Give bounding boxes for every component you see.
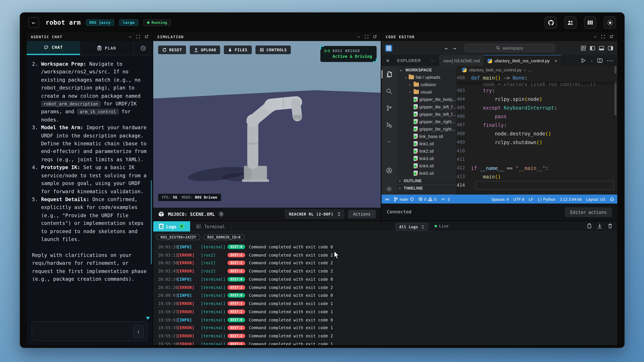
- eol-item[interactable]: LF: [529, 197, 533, 201]
- indentation-item[interactable]: Spaces: 4: [492, 197, 509, 201]
- history-back-icon[interactable]: ←: [445, 45, 448, 51]
- file-tree-item[interactable]: gripper_lite_left_f...: [397, 110, 456, 118]
- chat-input[interactable]: ↑: [32, 322, 148, 341]
- activity-debug-icon[interactable]: [382, 121, 397, 129]
- file-icon: [414, 112, 418, 116]
- history-forward-icon[interactable]: →: [453, 45, 456, 51]
- file-tree-item[interactable]: gripper_lite_right...: [397, 125, 456, 133]
- scroll-down-hint-icon[interactable]: [146, 317, 150, 320]
- model-select[interactable]: REACHER RL (2-DOF): [285, 210, 344, 218]
- upload-icon: [194, 48, 198, 52]
- mujoco-viewport[interactable]: RESET UPLOAD FILES CONTROLS: [153, 41, 381, 208]
- file-icon: [414, 134, 418, 139]
- activity-more-icon[interactable]: ⋯: [382, 137, 397, 146]
- file-tree-item[interactable]: ⌄ WORKSPACE: [397, 66, 456, 73]
- copy-logs-icon[interactable]: [586, 223, 591, 229]
- log-filter-select[interactable]: All Logs: [396, 223, 428, 231]
- runtime-item[interactable]: 3.12.3 64-bit: [560, 197, 582, 201]
- controls-button[interactable]: CONTROLS: [255, 45, 291, 54]
- run-dropdown-icon[interactable]: ⌄: [590, 59, 593, 62]
- split-editor-icon[interactable]: [597, 58, 602, 63]
- minimize-icon[interactable]: −: [358, 34, 360, 39]
- editor-more-icon[interactable]: ⋯: [606, 57, 613, 64]
- code-line: 413 main(): [456, 172, 617, 181]
- file-tree-item[interactable]: link_base.stl: [397, 133, 456, 140]
- tab-logs[interactable]: Logs 0: [153, 221, 190, 231]
- file-tree-item[interactable]: link1.stl: [397, 140, 456, 147]
- open-external-icon[interactable]: [610, 35, 613, 38]
- run-python-icon[interactable]: [581, 58, 586, 63]
- encoding-item[interactable]: UTF-8: [513, 197, 524, 201]
- chat-scrollbar[interactable]: [151, 180, 152, 264]
- editor-area[interactable]: ufactory_lite6_ros_control.py › ... 400 …: [456, 66, 617, 195]
- file-tree-item[interactable]: gripper_lite_left_f...: [397, 103, 456, 110]
- open-external-icon[interactable]: [144, 35, 148, 38]
- log-source: [ros2]: [201, 261, 228, 265]
- send-button[interactable]: ↑: [133, 325, 144, 338]
- sync-icon: [410, 197, 414, 201]
- language-item[interactable]: { } Python: [538, 197, 555, 201]
- file-tree-item[interactable]: link5.stl: [397, 169, 456, 177]
- ports-item[interactable]: 3: [441, 197, 450, 201]
- file-tree-item[interactable]: link4.stl: [397, 162, 456, 169]
- expand-icon[interactable]: [601, 35, 605, 38]
- tab-chat[interactable]: CHAT: [27, 41, 80, 55]
- file-tree-item[interactable]: › visual: [397, 88, 456, 96]
- activity-explorer-icon[interactable]: [382, 70, 397, 78]
- settings-gear-icon[interactable]: [382, 185, 397, 193]
- tab-plan[interactable]: PLAN: [80, 41, 134, 55]
- layout-columns-button[interactable]: [584, 16, 596, 29]
- editor-actions-button[interactable]: Editor actions: [565, 207, 612, 217]
- close-tab-icon[interactable]: ×: [554, 58, 557, 63]
- upload-button[interactable]: UPLOAD: [190, 45, 220, 54]
- actions-button[interactable]: Actions: [348, 210, 376, 218]
- activity-source-control-icon[interactable]: [382, 104, 397, 112]
- toggle-secondary-sidebar-icon[interactable]: [608, 45, 613, 51]
- info-icon[interactable]: i: [219, 211, 224, 217]
- problems-item[interactable]: 0 0: [418, 197, 436, 201]
- minimize-icon[interactable]: −: [594, 34, 597, 39]
- size-tag: large: [119, 19, 138, 26]
- tab-terminal[interactable]: >_ Terminal: [190, 221, 231, 231]
- theme-toggle-button[interactable]: [604, 16, 616, 29]
- notifications-bell[interactable]: [610, 197, 614, 201]
- tab-python-file[interactable]: ufactory_lite6_ros_control.py ×: [483, 55, 561, 66]
- file-tree-item[interactable]: › collision: [397, 81, 456, 88]
- file-tree-item[interactable]: gripper_lite_right...: [397, 118, 456, 125]
- menu-hamburger-icon[interactable]: ≡: [382, 55, 394, 66]
- expand-icon[interactable]: [136, 35, 140, 38]
- reset-button[interactable]: RESET: [158, 45, 186, 54]
- explorer-more-icon[interactable]: ···: [430, 58, 439, 63]
- collaborators-button[interactable]: [564, 16, 576, 29]
- git-branch-item[interactable]: main: [394, 197, 414, 201]
- file-tree-item[interactable]: link3.stl: [397, 155, 456, 162]
- remote-indicator[interactable]: ><: [385, 197, 390, 201]
- file-tree-item[interactable]: link2.stl: [397, 147, 456, 155]
- search-icon: [496, 46, 500, 50]
- back-button[interactable]: ←: [28, 17, 39, 28]
- minimize-icon[interactable]: −: [129, 34, 132, 39]
- clear-logs-icon[interactable]: [608, 223, 612, 229]
- robot-arm: [153, 41, 381, 208]
- file-tree-item[interactable]: gripper_lite_body...: [397, 96, 456, 103]
- github-button[interactable]: [544, 16, 557, 29]
- toggle-panel-icon[interactable]: [599, 45, 604, 51]
- layout-item[interactable]: Layout: US: [586, 197, 606, 201]
- toggle-sidebar-icon[interactable]: [590, 45, 595, 51]
- activity-search-icon[interactable]: [382, 87, 397, 95]
- customize-layout-icon[interactable]: [581, 45, 586, 51]
- tab-readme[interactable]: view] README.md: [439, 55, 483, 66]
- files-button[interactable]: FILES: [224, 45, 252, 54]
- code-line: 409 rclpy.shutdown(): [456, 138, 617, 146]
- download-logs-icon[interactable]: [597, 223, 602, 229]
- sidebar-section-header[interactable]: › TIMELINE: [397, 184, 456, 192]
- file-tree-item[interactable]: ⌄ fab / uploads: [397, 73, 456, 81]
- chat-history-button[interactable]: [134, 41, 152, 55]
- sidebar-section-header[interactable]: › OUTLINE: [397, 177, 456, 184]
- open-external-icon[interactable]: [373, 35, 377, 38]
- command-search-box[interactable]: workspace: [464, 44, 555, 52]
- account-icon[interactable]: [382, 166, 397, 174]
- running-status-badge: Running: [143, 19, 171, 26]
- sim-toolbar: RESET UPLOAD FILES CONTROLS: [158, 45, 291, 54]
- expand-icon[interactable]: [365, 35, 368, 38]
